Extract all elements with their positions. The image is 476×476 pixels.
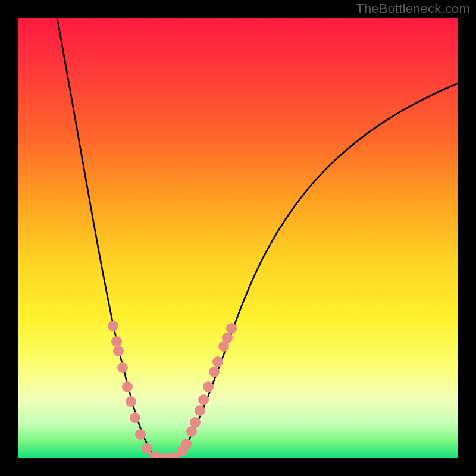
data-marker: [142, 443, 152, 454]
data-marker: [222, 333, 233, 343]
data-marker: [135, 429, 146, 440]
data-marker: [190, 417, 201, 428]
data-marker: [195, 405, 205, 416]
data-marker: [113, 346, 124, 356]
chart-frame: TheBottleneck.com: [0, 0, 476, 476]
data-marker: [126, 396, 136, 407]
markers-left-group: [108, 321, 160, 458]
data-marker: [203, 381, 214, 392]
data-marker: [198, 394, 209, 405]
data-marker: [108, 321, 118, 331]
data-marker: [130, 412, 140, 423]
data-marker: [226, 323, 237, 334]
data-marker: [117, 362, 128, 373]
watermark-text: TheBottleneck.com: [356, 1, 470, 17]
curve-svg: [18, 18, 458, 458]
data-marker: [212, 356, 223, 367]
markers-bottom-group: [155, 452, 180, 458]
data-marker: [209, 367, 220, 377]
plot-area: [18, 18, 458, 458]
markers-right-group: [177, 323, 237, 456]
data-marker: [111, 336, 122, 347]
data-marker: [181, 439, 192, 449]
data-marker: [122, 381, 133, 392]
bottleneck-curve: [57, 18, 458, 458]
